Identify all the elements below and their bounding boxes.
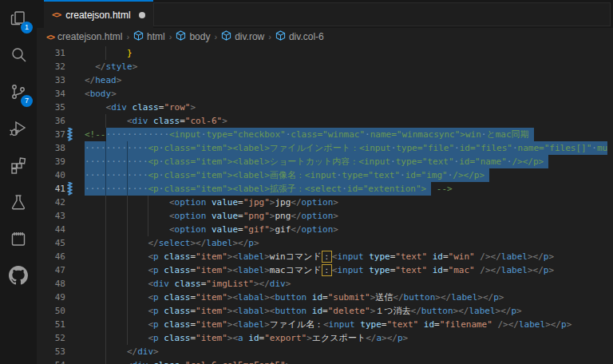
breadcrumb-label: div.col-6 <box>289 31 324 42</box>
code-line-33[interactable]: 33</head> <box>37 73 613 87</box>
code-line-36[interactable]: 36 <div class="col-6"> <box>37 114 613 128</box>
code-text[interactable]: ············<p·class="item"><label>ファイルイ… <box>85 141 613 155</box>
code-line-42[interactable]: 42 <option value="jpg">jpg</option> <box>37 196 613 209</box>
activity-item-run-and-debug[interactable] <box>0 110 37 147</box>
code-line-31[interactable]: 31 } <box>37 46 613 60</box>
line-number[interactable]: 31 <box>37 46 65 60</box>
code-line-53[interactable]: 53 </div> <box>37 345 613 358</box>
code-line-43[interactable]: 43 <option value="png">png</option> <box>37 209 613 223</box>
line-number[interactable]: 34 <box>37 87 65 101</box>
code-line-49[interactable]: 49 <p class="item"><labal><button id="su… <box>37 291 613 304</box>
activity-item-testing[interactable] <box>0 184 37 220</box>
line-number[interactable]: 42 <box>37 196 65 209</box>
line-number[interactable]: 53 <box>37 345 65 358</box>
breadcrumb-item-div-row[interactable]: div.row <box>221 30 264 43</box>
selection-eol <box>544 155 548 168</box>
code-text[interactable]: ············<p·class="item"><label>ショートカ… <box>85 155 613 168</box>
line-number[interactable]: 49 <box>37 291 65 304</box>
code-line-35[interactable]: 35 <div class="row"> <box>37 101 613 114</box>
modified-dot-icon[interactable] <box>139 12 145 18</box>
code-line-41[interactable]: 41············<p·class="item"><label>拡張子… <box>37 182 613 196</box>
breadcrumb-item-createjson-html[interactable]: <>createjson.html <box>46 31 122 42</box>
line-number[interactable]: 51 <box>37 318 65 331</box>
code-text[interactable]: <p class="item"><labal><button id="submi… <box>85 291 613 304</box>
breadcrumb-item-body[interactable]: body <box>176 30 210 43</box>
line-number[interactable]: 43 <box>37 209 65 223</box>
code-text[interactable]: <p class="item"><label>ファイル名：<input type… <box>85 318 613 331</box>
line-number[interactable]: 46 <box>37 250 65 263</box>
code-line-32[interactable]: 32 </style> <box>37 60 613 73</box>
code-line-45[interactable]: 45 </select></label></p> <box>37 236 613 250</box>
code-line-34[interactable]: 34<body> <box>37 87 613 101</box>
code-text[interactable]: </head> <box>85 73 613 87</box>
code-text[interactable]: <option value="jpg">jpg</option> <box>85 196 613 209</box>
activity-item-explorer[interactable]: 1 <box>0 0 37 37</box>
line-number[interactable]: 38 <box>37 141 65 155</box>
line-number[interactable]: 36 <box>37 114 65 128</box>
line-number[interactable]: 45 <box>37 236 65 250</box>
code-text[interactable]: <div class="imgList"></div> <box>85 277 613 291</box>
line-number[interactable]: 33 <box>37 73 65 87</box>
activity-item-notebook[interactable] <box>0 220 37 257</box>
code-text[interactable]: <option value="gif">gif</option> <box>85 223 613 236</box>
indent-guide <box>105 141 106 155</box>
code-text[interactable]: <p class="item"><a id="export">エクスポート</a… <box>85 331 613 345</box>
code-text[interactable]: <div class="row"> <box>85 101 613 114</box>
code-line-40[interactable]: 40············<p·class="item"><label>画像名… <box>37 168 613 182</box>
code-text[interactable]: </div> <box>85 345 613 358</box>
code-text[interactable]: <p class="item"><label>winコマンド：<input ty… <box>85 250 613 263</box>
code-text[interactable]: } <box>85 46 613 60</box>
code-token: p <box>153 304 159 318</box>
code-token: label <box>206 236 232 250</box>
line-number[interactable]: 32 <box>37 60 65 73</box>
code-line-54[interactable]: 54 <div class="col-6 col5mgFont5"> <box>37 358 613 364</box>
code-token: >< <box>227 291 238 304</box>
code-token: "text" <box>386 318 418 331</box>
line-number[interactable]: 47 <box>37 263 65 277</box>
indent-guide <box>105 182 106 196</box>
code-token: select <box>159 236 191 250</box>
code-text[interactable]: <option value="png">png</option> <box>85 209 613 223</box>
activity-item-search[interactable] <box>0 37 37 73</box>
code-text[interactable]: <p class="item"><labal><button id="delet… <box>85 304 613 318</box>
code-line-52[interactable]: 52 <p class="item"><a id="export">エクスポート… <box>37 331 613 345</box>
code-line-37[interactable]: 37<!--············<input·type="checkbox"… <box>37 128 613 141</box>
code-text[interactable]: ············<p·class="item"><label>画像名：<… <box>85 168 613 182</box>
line-number[interactable]: 37 <box>37 128 65 141</box>
line-number[interactable]: 54 <box>37 358 65 364</box>
line-number[interactable]: 41 <box>37 182 65 196</box>
code-line-38[interactable]: 38············<p·class="item"><label>ファイ… <box>37 141 613 155</box>
code-text[interactable]: ············<p·class="item"><label>拡張子：<… <box>85 182 613 196</box>
line-number[interactable]: 50 <box>37 304 65 318</box>
code-line-39[interactable]: 39············<p·class="item"><label>ショー… <box>37 155 613 168</box>
code-token: > <box>403 331 409 345</box>
code-text[interactable]: </style> <box>85 60 613 73</box>
line-number[interactable]: 52 <box>37 331 65 345</box>
code-line-44[interactable]: 44 <option value="gif">gif</option> <box>37 223 613 236</box>
line-number[interactable]: 40 <box>37 168 65 182</box>
code-text[interactable]: <!--············<input·type="checkbox"·c… <box>85 128 613 141</box>
activity-item-github[interactable] <box>0 257 37 294</box>
code-line-51[interactable]: 51 <p class="item"><label>ファイル名：<input t… <box>37 318 613 331</box>
line-number[interactable]: 35 <box>37 101 65 114</box>
tab-createjson[interactable]: <> createjson.html <box>44 0 153 28</box>
code-text[interactable]: <div class="col-6 col5mgFont5"> <box>85 358 613 364</box>
line-number[interactable]: 48 <box>37 277 65 291</box>
code-text[interactable]: <div class="col-6"> <box>85 114 613 128</box>
code-token: "item" <box>196 331 227 345</box>
code-line-48[interactable]: 48 <div class="imgList"></div> <box>37 277 613 291</box>
code-text[interactable]: </select></label></p> <box>85 236 613 250</box>
code-text[interactable]: <p class="item"><label>macコマンド：<input ty… <box>85 263 613 277</box>
code-editor[interactable]: 31 }32 </style>33</head>34<body>35 <div … <box>37 46 613 364</box>
line-number[interactable]: 39 <box>37 155 65 168</box>
breadcrumb-item-html[interactable]: html <box>133 30 165 43</box>
code-line-50[interactable]: 50 <p class="item"><labal><button id="de… <box>37 304 613 318</box>
code-text[interactable]: <body> <box>85 87 613 101</box>
activity-item-source-control[interactable]: 7 <box>0 73 37 110</box>
breadcrumb-item-div-col-6[interactable]: div.col-6 <box>275 30 324 43</box>
line-number[interactable]: 44 <box>37 223 65 236</box>
code-line-46[interactable]: 46 <p class="item"><label>winコマンド：<input… <box>37 250 613 263</box>
activity-item-extensions[interactable] <box>0 147 37 184</box>
code-line-47[interactable]: 47 <p class="item"><label>macコマンド：<input… <box>37 263 613 277</box>
code-token: > <box>254 236 259 250</box>
